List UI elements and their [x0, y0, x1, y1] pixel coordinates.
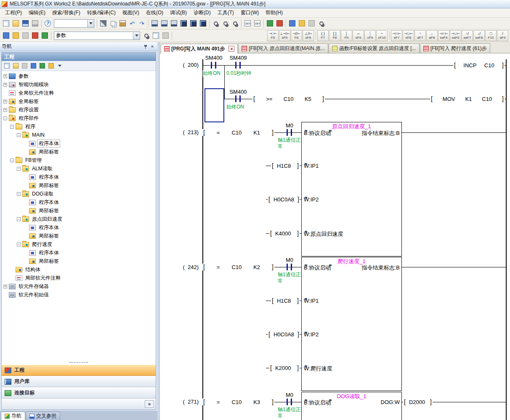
ladder-symbol-falling-pulse-branch[interactable]: ↓aF8 — [426, 30, 438, 41]
tree-item-local-label[interactable]: 局部标签 — [2, 257, 156, 265]
tree-item-device-memory[interactable]: +软元件存储器 — [2, 282, 156, 291]
contact-symbol[interactable] — [291, 399, 292, 405]
verify-with-plc-button[interactable] — [169, 18, 179, 28]
contact-symbol[interactable] — [215, 62, 216, 69]
fb-input-value[interactable]: H0C0A8 — [268, 196, 300, 203]
contact-symbol[interactable] — [287, 399, 288, 405]
ladder-symbol-delete-vertical[interactable]: ┊cF9 — [364, 30, 376, 41]
tree-expander[interactable]: - — [10, 158, 14, 162]
ladder-symbol-parallel-closed[interactable]: ⊥/⊢sF6 — [303, 30, 314, 41]
ladder-symbol-pulse-not-closed[interactable]: ↓/saF8 — [473, 30, 485, 41]
note-display-button[interactable] — [307, 18, 316, 28]
device-label[interactable]: M0 — [285, 122, 294, 129]
new-button[interactable] — [1, 18, 11, 28]
tab-fb-creep-speed[interactable]: [FB]写入 爬行速度 (61)步 — [420, 43, 490, 53]
find-combo-button[interactable] — [141, 31, 151, 40]
label-setting-button[interactable] — [11, 31, 21, 40]
instruction-mov[interactable]: MOV K1 C10 — [430, 95, 505, 102]
menu-tools[interactable]: 工具(T) — [214, 8, 237, 18]
ladder-symbol-pulse-not-open[interactable]: ↑/saF7 — [462, 30, 473, 41]
tree-item-program-body[interactable]: 程序本体 — [2, 139, 156, 148]
tab-prg-main[interactable]: [PRG]写入 MAIN 491步 × — [161, 44, 238, 53]
ladder-symbol-horizontal-line[interactable]: ─sF9 — [353, 30, 364, 41]
start-monitor-button[interactable] — [265, 18, 275, 28]
statement-display-button[interactable] — [297, 18, 307, 28]
tree-expander[interactable]: + — [3, 74, 7, 78]
find-device-button[interactable] — [211, 18, 220, 28]
tree-item-parameter[interactable]: +参数 — [2, 72, 156, 80]
ladder-editor[interactable]: ( 200) SM400 始终ON SM409 0.01秒时钟 INCP C10… — [160, 53, 510, 420]
contact-symbol[interactable] — [239, 62, 241, 69]
ladder-symbol-parallel-open[interactable]: ⊥⊣⊢sF5 — [279, 30, 290, 41]
chevron-down-icon[interactable] — [87, 20, 94, 27]
cut-button[interactable] — [98, 18, 108, 28]
build-button[interactable] — [40, 31, 50, 40]
comment-display-button[interactable] — [287, 18, 297, 28]
ladder-symbol-coil[interactable]: ( )F7 — [317, 30, 329, 41]
menu-diagnostics[interactable]: 诊断(D) — [190, 8, 214, 18]
tree-item-creep-speed[interactable]: -爬行速度 — [2, 240, 156, 248]
tree-item-structure[interactable]: 结构体 — [2, 265, 156, 274]
tree-item-home-position-speed[interactable]: -原点回归速度 — [2, 215, 156, 223]
chevron-down-icon[interactable] — [133, 32, 140, 40]
ladder-symbol-closed-contact[interactable]: ⊣/⊢F6 — [291, 30, 302, 41]
device-comment-button[interactable] — [21, 31, 30, 40]
fb-input-value[interactable]: K2000 — [269, 365, 300, 371]
close-panel-button[interactable]: × — [149, 43, 156, 50]
tree-item-main[interactable]: -MAIN — [2, 131, 156, 139]
device-test-button[interactable] — [252, 18, 262, 28]
tree-expander[interactable]: - — [10, 125, 14, 129]
zoom-button[interactable] — [316, 18, 326, 28]
tree-item-local-label[interactable]: 局部标签 — [2, 181, 156, 190]
redo-button[interactable] — [137, 18, 147, 28]
monitor-write-button[interactable] — [189, 18, 198, 28]
device-label[interactable]: SM400 — [229, 89, 247, 95]
open-button[interactable] — [11, 18, 21, 28]
sort-button[interactable] — [47, 62, 55, 70]
ladder-symbol-application-instruction[interactable]: [ ]F8 — [329, 30, 340, 41]
contact-symbol[interactable] — [287, 264, 288, 270]
ladder-symbol-branch[interactable]: □F10 — [485, 30, 497, 41]
tree-expander[interactable]: - — [17, 192, 21, 196]
tab-cross-reference[interactable]: 交叉参照 — [26, 412, 60, 420]
new-data-button[interactable] — [3, 62, 11, 70]
tree-item-program-body[interactable]: 程序本体 — [2, 223, 156, 232]
check-button[interactable] — [38, 62, 46, 70]
contact-symbol[interactable] — [235, 95, 236, 102]
tab-fb-home-position-speed[interactable]: [FB]写入 原点回归速度(MAIN.原... — [238, 43, 328, 53]
menu-window[interactable]: 窗口(W) — [237, 8, 262, 18]
tree-item-local-label[interactable]: 局部标签 — [2, 232, 156, 240]
ladder-symbol-vertical-line[interactable]: │F9 — [341, 30, 352, 41]
menu-debug[interactable]: 调试(B) — [167, 8, 190, 18]
tree-item-program-body[interactable]: 程序本体 — [2, 248, 156, 257]
menu-view[interactable]: 视图(V) — [119, 8, 143, 18]
ladder-symbol-pulse-open[interactable]: ⊣↑⊢saF5 — [438, 30, 449, 41]
contact-symbol[interactable] — [239, 95, 241, 102]
menu-project[interactable]: 工程(P) — [2, 8, 25, 18]
save-button[interactable] — [21, 18, 30, 28]
tree-item-global-label[interactable]: +全局标签 — [2, 97, 156, 106]
connection-destination-button[interactable]: 连接目标 — [2, 387, 156, 399]
undo-button[interactable] — [128, 18, 137, 28]
contact-symbol[interactable] — [291, 129, 292, 136]
tree-expander[interactable]: + — [3, 108, 7, 112]
pin-button[interactable] — [142, 43, 149, 50]
tree-expander[interactable]: - — [17, 243, 21, 246]
window-combo[interactable] — [54, 19, 94, 28]
project-view-button[interactable]: 工程 — [2, 365, 156, 376]
tile-window-button[interactable] — [161, 31, 170, 40]
menu-edit[interactable]: 编辑(E) — [25, 8, 49, 18]
tree-expander[interactable]: - — [17, 133, 21, 137]
write-to-plc-button[interactable] — [150, 18, 159, 28]
tree-item-intelligent-module[interactable]: +智能功能模块 — [2, 80, 156, 89]
fb-input-value[interactable]: H1C8 — [271, 297, 300, 304]
tree-expander[interactable]: + — [3, 83, 7, 87]
tree-item-program-body[interactable]: 程序本体 — [2, 173, 156, 181]
contact-symbol[interactable] — [211, 62, 212, 69]
ladder-symbol-delete-horizontal[interactable]: ╌cF10 — [376, 30, 388, 41]
print-button[interactable] — [30, 18, 40, 28]
monitor-mode-button[interactable] — [179, 18, 189, 28]
instruction-compare[interactable]: = C10 K2 — [202, 264, 274, 270]
menu-online[interactable]: 在线(O) — [143, 8, 167, 18]
menu-find-replace[interactable]: 搜索/替换(F) — [49, 8, 84, 18]
